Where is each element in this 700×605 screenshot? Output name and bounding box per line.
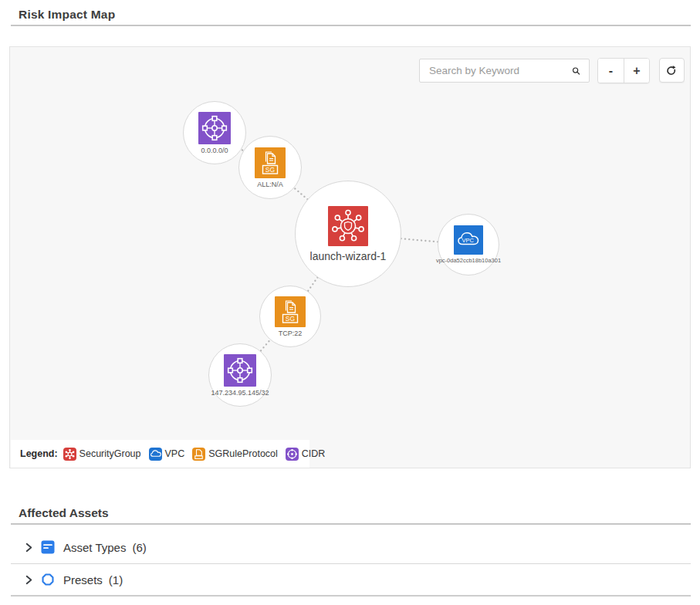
asset-row-presets[interactable]: Presets (1) [11,564,691,595]
zoom-out-button[interactable]: - [598,59,624,83]
search-input[interactable] [420,65,572,76]
security-group-mini-icon [63,448,76,461]
legend-item-label: SecurityGroup [79,448,141,459]
legend-item-label: CIDR [302,448,326,459]
refresh-button[interactable] [659,58,685,83]
node-label: TCP:22 [279,330,303,337]
vpc-icon [454,225,483,255]
node-label: ALL:N/A [257,181,283,188]
bottom-divider [11,595,691,597]
sg-rule-icon [255,147,286,178]
asset-types-icon [41,540,55,554]
affected-assets-divider [11,523,691,525]
node-sgrule-tcp-22[interactable]: TCP:22 [259,286,321,347]
affected-assets-title: Affected Assets [19,506,109,520]
asset-row-count: (1) [109,573,123,586]
risk-map-panel[interactable]: 0.0.0.0/0 ALL:N/A launch-wizard-1 vpc-0d… [9,46,691,468]
cidr-icon [224,354,256,387]
node-cidr-147-234-95-145[interactable]: 147.234.95.145/32 [208,343,272,407]
chevron-right-icon[interactable] [23,574,35,586]
node-label: 147.234.95.145/32 [211,389,269,397]
legend-item-label: SGRuleProtocol [208,448,278,459]
asset-row-count: (6) [132,541,146,554]
node-label: 0.0.0.0/0 [201,147,228,154]
header-divider [11,25,691,26]
refresh-icon [665,64,678,77]
search-icon[interactable] [572,64,580,78]
legend-item-label: VPC [165,448,185,459]
zoom-controls: - + [597,58,650,83]
sg-rule-icon [275,296,306,327]
zoom-in-button[interactable]: + [624,59,649,83]
legend-item-sg-rule-protocol: SGRuleProtocol [192,448,278,461]
legend: Legend: SecurityGroup VPC SGRuleProtocol… [11,440,309,468]
legend-item-security-group: SecurityGroup [63,448,141,461]
node-label: launch-wizard-1 [310,250,387,262]
node-security-group-launch-wizard-1[interactable]: launch-wizard-1 [295,181,401,287]
presets-icon [41,573,55,586]
node-sgrule-all-na[interactable]: ALL:N/A [238,136,302,199]
asset-row-label: Presets [63,573,103,586]
node-cidr-0-0-0-0[interactable]: 0.0.0.0/0 [183,101,246,164]
asset-row-asset-types[interactable]: Asset Types (6) [11,531,691,563]
vpc-mini-icon [149,448,162,461]
cidr-mini-icon [286,448,299,461]
legend-item-vpc: VPC [149,448,185,461]
risk-impact-map-page: Risk Impact Map 0.0.0.0/0 ALL:N/A launch… [0,0,700,605]
asset-row-label: Asset Types [63,541,126,554]
legend-item-cidr: CIDR [286,448,326,461]
page-title: Risk Impact Map [19,8,115,22]
legend-label: Legend: [20,448,58,459]
cidr-icon [198,112,231,144]
node-vpc[interactable]: vpc-0da52ccb18b10a301 [438,214,499,275]
search-box [419,59,590,83]
security-group-icon [328,206,368,246]
sg-rule-mini-icon [192,448,205,461]
chevron-right-icon[interactable] [23,542,35,553]
node-label: vpc-0da52ccb18b10a301 [436,257,501,264]
